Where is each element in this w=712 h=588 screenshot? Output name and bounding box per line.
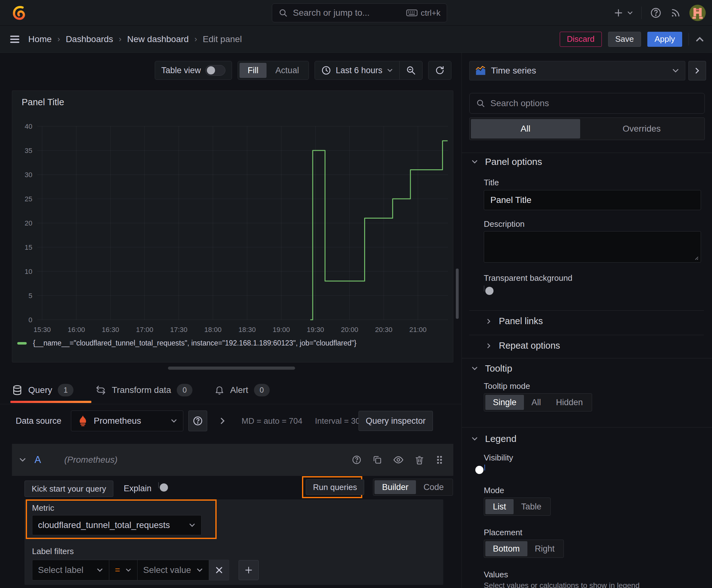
operator-dropdown[interactable]: = [109, 560, 137, 581]
grafana-logo-icon[interactable] [11, 5, 27, 21]
breadcrumb-dashboards[interactable]: Dashboards [66, 34, 113, 44]
legend-mode-table-option[interactable]: Table [514, 499, 549, 514]
duplicate-query-icon[interactable] [372, 455, 382, 465]
news-rss-icon[interactable] [670, 7, 681, 19]
tab-query[interactable]: Query 1 [12, 384, 73, 396]
kick-start-query-button[interactable]: Kick start your query [24, 481, 113, 497]
svg-text:20:30: 20:30 [375, 326, 392, 334]
datasource-select[interactable]: Prometheus [71, 411, 184, 431]
time-series-chart[interactable]: 051015202530354015:3016:0016:3017:0017:3… [15, 106, 451, 335]
legend-values-label: Values [484, 570, 508, 580]
legend-placement-right-option[interactable]: Right [527, 541, 562, 556]
svg-text:21:00: 21:00 [409, 326, 427, 334]
tooltip-all-option[interactable]: All [524, 395, 548, 410]
editor-resize-handle[interactable] [168, 366, 295, 370]
apply-button[interactable]: Apply [647, 32, 682, 47]
user-avatar[interactable] [689, 5, 706, 21]
tooltip-hidden-option[interactable]: Hidden [548, 395, 590, 410]
select-label-dropdown[interactable]: Select label [32, 560, 109, 581]
visualization-select[interactable]: Time series [469, 61, 685, 80]
metric-select[interactable]: cloudflared_tunnel_total_requests [32, 515, 201, 535]
breadcrumb-new-dashboard[interactable]: New dashboard [127, 34, 189, 44]
fill-option[interactable]: Fill [239, 63, 267, 78]
transparent-background-toggle[interactable] [484, 286, 484, 292]
tab-transform-data[interactable]: Transform data 0 [95, 384, 192, 396]
datasource-help-button[interactable] [188, 411, 207, 431]
zoom-out-button[interactable] [399, 61, 422, 80]
repeat-options-label: Repeat options [499, 340, 560, 351]
options-sidebar: Time series Search options All Overrides… [461, 53, 712, 588]
panel-title-input[interactable]: Panel Title [484, 190, 701, 210]
table-view-toggle[interactable] [205, 65, 225, 76]
description-textarea[interactable] [484, 231, 701, 262]
title-label: Title [484, 178, 499, 188]
chevron-right-icon [693, 67, 701, 75]
chevron-down-icon [672, 67, 679, 75]
actual-option[interactable]: Actual [267, 63, 307, 78]
toggle-visibility-eye-icon[interactable] [393, 455, 404, 465]
drag-handle-grip-icon[interactable] [435, 455, 444, 465]
query-inspector-button[interactable]: Query inspector [359, 411, 433, 431]
time-range-picker[interactable]: Last 6 hours [315, 61, 399, 80]
table-view-label: Table view [161, 66, 201, 76]
svg-text:15:30: 15:30 [34, 326, 51, 334]
main-scrollbar-thumb[interactable] [456, 269, 459, 319]
builder-option[interactable]: Builder [374, 480, 416, 494]
svg-text:18:30: 18:30 [239, 326, 256, 334]
collapse-stats-chevron-icon[interactable] [218, 417, 226, 425]
label-filters-label: Label filters [32, 547, 74, 556]
section-divider [462, 153, 712, 153]
select-value-dropdown[interactable]: Select value [137, 560, 209, 581]
query-row-header[interactable]: A (Prometheus) [12, 444, 453, 476]
query-letter[interactable]: A [35, 454, 41, 465]
delete-query-trash-icon[interactable] [414, 455, 425, 465]
panel-options-section-header[interactable]: Panel options [471, 156, 542, 167]
tooltip-single-option[interactable]: Single [486, 395, 524, 410]
legend-mode-label: Mode [484, 486, 504, 495]
search-input[interactable]: Search or jump to... ctrl+k [272, 3, 447, 22]
run-queries-button[interactable]: Run queries [306, 479, 364, 495]
discard-button[interactable]: Discard [560, 32, 602, 47]
remove-filter-button[interactable] [209, 560, 229, 581]
svg-text:17:00: 17:00 [136, 326, 153, 334]
panel-options-heading: Panel options [485, 156, 542, 167]
add-new-button[interactable] [613, 7, 633, 18]
tab-transform-label: Transform data [112, 385, 171, 395]
legend-section-header[interactable]: Legend [471, 434, 516, 444]
legend-series-label[interactable]: {__name__="cloudflared_tunnel_total_requ… [33, 339, 356, 348]
save-button[interactable]: Save [608, 32, 641, 47]
repeat-options-section[interactable]: Repeat options [486, 340, 560, 351]
hamburger-menu-icon[interactable] [9, 33, 21, 45]
add-filter-button[interactable] [239, 560, 259, 580]
help-icon[interactable] [650, 7, 662, 19]
tab-alert[interactable]: Alert 0 [214, 384, 270, 396]
legend-placement-bottom-option[interactable]: Bottom [486, 541, 527, 556]
explain-toggle[interactable] [158, 482, 159, 488]
chevron-down-icon [471, 158, 478, 165]
table-view-group: Table view [155, 61, 232, 80]
toggle-viz-picker-button[interactable] [688, 61, 706, 80]
tab-overrides[interactable]: Overrides [580, 119, 703, 139]
tab-all[interactable]: All [471, 119, 580, 139]
panel-preview: Panel Title 051015202530354015:3016:0016… [12, 90, 453, 362]
code-option[interactable]: Code [416, 480, 451, 494]
database-icon [12, 385, 23, 396]
collapse-chevron-up-icon[interactable] [695, 35, 705, 44]
legend-placement-label: Placement [484, 528, 522, 538]
tooltip-mode-segmented: Single All Hidden [484, 393, 592, 412]
legend-series-swatch[interactable] [17, 342, 27, 344]
transform-icon [95, 385, 106, 396]
legend-mode-list-option[interactable]: List [486, 499, 514, 514]
svg-text:40: 40 [25, 123, 33, 130]
breadcrumb-home[interactable]: Home [28, 34, 52, 44]
legend-visibility-toggle[interactable] [484, 465, 485, 470]
description-label: Description [484, 219, 524, 229]
tooltip-section-header[interactable]: Tooltip [471, 363, 512, 374]
search-options-input[interactable]: Search options [469, 93, 705, 114]
resize-handle-icon[interactable] [693, 255, 699, 260]
refresh-group [428, 61, 451, 80]
panel-links-section[interactable]: Panel links [486, 316, 543, 327]
refresh-button[interactable] [429, 61, 451, 80]
query-help-icon[interactable] [352, 455, 362, 465]
svg-text:17:30: 17:30 [170, 326, 188, 334]
